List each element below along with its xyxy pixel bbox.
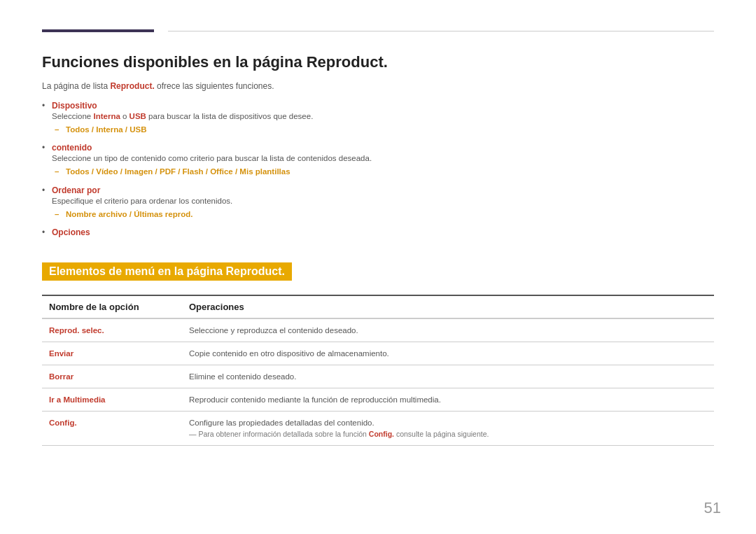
top-bar-right-line <box>168 31 714 31</box>
item-title-dispositivo: Dispositivo <box>52 101 97 111</box>
main-title: Funciones disponibles en la página Repro… <box>42 53 714 71</box>
table-row-ir-multimedia: Ir a Multimedia Reproducir contenido med… <box>42 388 714 412</box>
list-item-ordenar: Ordenar por Especifique el criterio para… <box>42 185 714 220</box>
sub-list-dispositivo: Todos / Interna / USB <box>52 123 714 136</box>
table-row-reprod-selec: Reprod. selec. Seleccione y reproduzca e… <box>42 318 714 342</box>
operation-reprod-selec: Seleccione y reproduzca el contenido des… <box>182 318 714 342</box>
sub-item-tipos-contenido: Todos / Vídeo / Imagen / PDF / Flash / O… <box>52 165 714 178</box>
sub-list-contenido: Todos / Vídeo / Imagen / PDF / Flash / O… <box>52 165 714 178</box>
list-item-contenido: contenido Seleccione un tipo de contenid… <box>42 143 714 178</box>
table-row-enviar: Enviar Copie contenido en otro dispositi… <box>42 342 714 365</box>
col2-header: Operaciones <box>182 295 714 318</box>
top-bar <box>42 28 714 32</box>
sub-item-todos-interna-usb: Todos / Interna / USB <box>52 123 714 136</box>
option-config: Config. <box>42 412 182 446</box>
feature-list: Dispositivo Seleccione Interna o USB par… <box>42 101 714 237</box>
table-header-row: Nombre de la opción Operaciones <box>42 295 714 318</box>
operation-ir-multimedia: Reproducir contenido mediante la función… <box>182 388 714 412</box>
menu-table: Nombre de la opción Operaciones Reprod. … <box>42 295 714 446</box>
item-desc-dispositivo: Seleccione Interna o USB para buscar la … <box>52 112 714 120</box>
option-borrar: Borrar <box>42 365 182 388</box>
menu-section-heading-box: Elementos de menú en la página Reproduct… <box>42 262 292 281</box>
item-title-ordenar: Ordenar por <box>52 185 100 195</box>
intro-prefix: La página de lista <box>42 81 110 91</box>
option-enviar: Enviar <box>42 342 182 365</box>
item-title-contenido: contenido <box>52 143 92 153</box>
item-title-opciones: Opciones <box>52 227 90 237</box>
operation-borrar: Elimine el contenido deseado. <box>182 365 714 388</box>
config-note-suffix: consulte la página siguiente. <box>394 430 489 438</box>
config-note-highlight: Config. <box>369 430 394 438</box>
page-container: Funciones disponibles en la página Repro… <box>0 0 756 534</box>
item-desc-ordenar: Especifique el criterio para ordenar los… <box>52 197 714 205</box>
top-bar-left-line <box>42 29 154 32</box>
page-number: 51 <box>704 499 721 517</box>
intro-text: La página de lista Reproduct. ofrece las… <box>42 81 714 91</box>
operation-config-cell: Configure las propiedades detalladas del… <box>182 412 714 446</box>
operation-enviar: Copie contenido en otro dispositivo de a… <box>182 342 714 365</box>
table-row-borrar: Borrar Elimine el contenido deseado. <box>42 365 714 388</box>
col1-header: Nombre de la opción <box>42 295 182 318</box>
operation-config-text: Configure las propiedades detalladas del… <box>189 419 374 427</box>
table-row-config: Config. Configure las propiedades detall… <box>42 412 714 446</box>
option-reprod-selec: Reprod. selec. <box>42 318 182 342</box>
sub-list-ordenar: Nombre archivo / Últimas reprod. <box>52 208 714 220</box>
sub-item-nombre-archivo: Nombre archivo / Últimas reprod. <box>52 208 714 220</box>
item-desc-contenido: Seleccione un tipo de contenido como cri… <box>52 154 714 162</box>
config-note-prefix: ― Para obtener información detallada sob… <box>189 430 369 438</box>
option-ir-multimedia: Ir a Multimedia <box>42 388 182 412</box>
intro-highlight: Reproduct. <box>110 81 154 91</box>
config-note: ― Para obtener información detallada sob… <box>189 430 707 438</box>
intro-suffix: ofrece las siguientes funciones. <box>155 81 274 91</box>
menu-section-heading: Elementos de menú en la página Reproduct… <box>49 265 285 277</box>
list-item-opciones: Opciones <box>42 227 714 237</box>
list-item-dispositivo: Dispositivo Seleccione Interna o USB par… <box>42 101 714 136</box>
